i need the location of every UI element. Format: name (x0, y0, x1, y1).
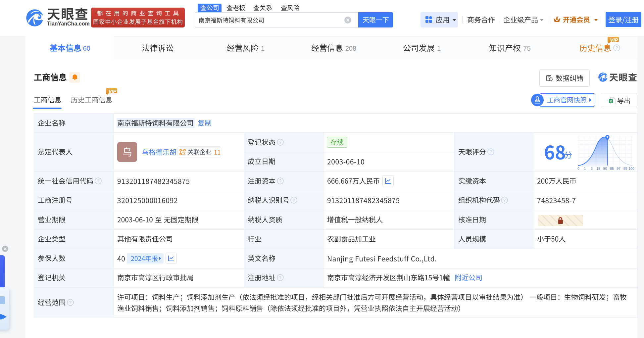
svg-text:?: ? (293, 198, 295, 203)
svg-text:VIP: VIP (610, 37, 618, 43)
svg-text:?: ? (490, 150, 492, 154)
svg-text:?: ? (69, 300, 72, 305)
svg-text:?: ? (616, 45, 618, 50)
svg-text:VIP: VIP (109, 89, 117, 94)
svg-text:?: ? (279, 275, 281, 280)
svg-text:?: ? (503, 198, 506, 203)
svg-text:?: ? (279, 140, 281, 145)
svg-text:?: ? (97, 179, 99, 183)
svg-text:?: ? (279, 179, 281, 183)
